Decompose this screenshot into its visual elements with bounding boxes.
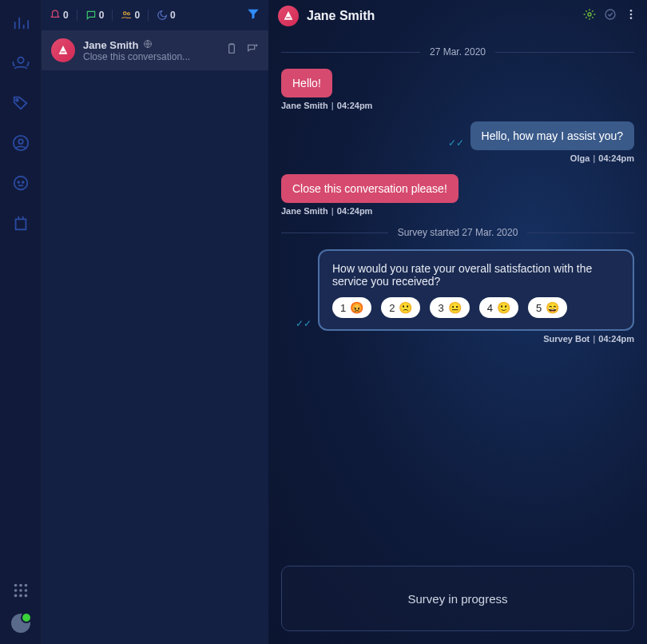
stat-moon[interactable]: 0: [157, 10, 176, 21]
svg-point-20: [588, 13, 591, 16]
plugin-icon[interactable]: [12, 214, 30, 232]
svg-point-9: [24, 584, 27, 587]
svg-point-3: [18, 139, 23, 144]
message-bubble: Close this conversation please!: [281, 174, 458, 203]
chat-title: Jane Smith: [307, 9, 375, 23]
stat-group[interactable]: 0: [121, 10, 140, 21]
message-meta: Olga|04:24pm: [570, 153, 634, 163]
user-icon[interactable]: [12, 134, 30, 152]
survey-option-5[interactable]: 5😄: [528, 297, 567, 318]
message-outgoing: ✓✓ Hello, how may I assist you? Olga|04:…: [281, 121, 634, 163]
survey-bubble: How would you rate your overall satisfac…: [318, 249, 634, 331]
survey-option-4[interactable]: 4🙂: [479, 297, 518, 318]
chat-panel: Jane Smith 27 Mar. 2020 Hello! Jane Smit…: [268, 0, 647, 644]
svg-point-0: [18, 58, 23, 63]
chat-body: 27 Mar. 2020 Hello! Jane Smith|04:24pm ✓…: [268, 32, 647, 566]
apps-icon[interactable]: [12, 582, 30, 599]
chart-icon[interactable]: [12, 14, 30, 32]
survey-in-progress-banner: Survey in progress: [281, 566, 634, 631]
chat-header: Jane Smith: [268, 0, 647, 32]
svg-point-13: [14, 594, 17, 598]
svg-point-8: [19, 584, 22, 587]
survey-divider: Survey started 27 Mar. 2020: [281, 227, 634, 238]
svg-point-23: [630, 14, 633, 16]
chat-header-avatar: [278, 6, 299, 26]
more-vert-icon[interactable]: [625, 8, 637, 24]
message-meta: Jane Smith|04:24pm: [281, 206, 372, 216]
gear-icon[interactable]: [583, 8, 596, 24]
svg-point-4: [14, 177, 27, 190]
message-bubble: Hello!: [281, 69, 332, 97]
svg-point-16: [124, 12, 127, 14]
message-incoming: Hello! Jane Smith|04:24pm: [281, 69, 634, 110]
current-user-avatar[interactable]: [11, 614, 30, 633]
message-bubble: Hello, how may I assist you?: [470, 121, 634, 150]
stat-chat-count: 0: [99, 10, 105, 21]
svg-point-10: [14, 589, 17, 592]
conversation-row[interactable]: Jane Smith Close this conversation...: [42, 30, 268, 70]
filter-icon[interactable]: [246, 6, 260, 24]
stat-bell[interactable]: 0: [50, 10, 69, 21]
read-ticks-icon: ✓✓: [448, 137, 464, 150]
survey-option-2[interactable]: 2🙁: [381, 297, 420, 318]
svg-point-17: [128, 13, 130, 15]
svg-point-14: [19, 594, 22, 598]
svg-point-6: [22, 181, 23, 183]
conversation-stats-bar: 0 0 0 0: [42, 0, 268, 30]
svg-point-1: [16, 99, 18, 101]
survey-option-3[interactable]: 3😐: [430, 297, 469, 318]
message-incoming: Close this conversation please! Jane Smi…: [281, 174, 634, 216]
survey-options: 1😡 2🙁 3😐 4🙂 5😄: [332, 297, 620, 318]
svg-point-22: [630, 10, 633, 12]
svg-point-24: [630, 17, 633, 19]
check-circle-icon[interactable]: [604, 8, 617, 24]
survey-option-1[interactable]: 1😡: [332, 297, 371, 318]
conversation-list-panel: 0 0 0 0 Jane Smith: [42, 0, 268, 644]
survey-message: ✓✓ How would you rate your overall satis…: [281, 249, 634, 344]
svg-point-21: [605, 10, 615, 19]
conversation-preview: Close this conversation...: [83, 51, 217, 62]
message-meta: Jane Smith|04:24pm: [281, 101, 372, 110]
read-ticks-icon: ✓✓: [296, 318, 312, 331]
conversation-name: Jane Smith: [83, 39, 138, 51]
date-divider: 27 Mar. 2020: [281, 46, 634, 58]
message-meta: Survey Bot|04:24pm: [543, 334, 634, 344]
globe-icon: [143, 39, 153, 51]
svg-rect-19: [229, 45, 235, 54]
svg-point-5: [18, 181, 19, 183]
svg-point-15: [24, 594, 27, 598]
bot-icon[interactable]: [12, 174, 30, 192]
agent-icon[interactable]: [12, 54, 30, 72]
svg-point-12: [24, 589, 27, 592]
svg-point-7: [14, 584, 17, 587]
clipboard-icon[interactable]: [225, 42, 238, 58]
stat-group-count: 0: [134, 10, 140, 21]
tag-icon[interactable]: [12, 94, 30, 112]
customer-avatar: [51, 38, 75, 62]
svg-point-11: [19, 589, 22, 592]
stat-chat[interactable]: 0: [85, 10, 105, 21]
survey-question: How would you rate your overall satisfac…: [332, 262, 620, 288]
nav-rail: [0, 0, 42, 644]
stat-moon-count: 0: [170, 10, 176, 21]
transfer-chat-icon[interactable]: [246, 42, 259, 58]
stat-bell-count: 0: [63, 10, 69, 21]
